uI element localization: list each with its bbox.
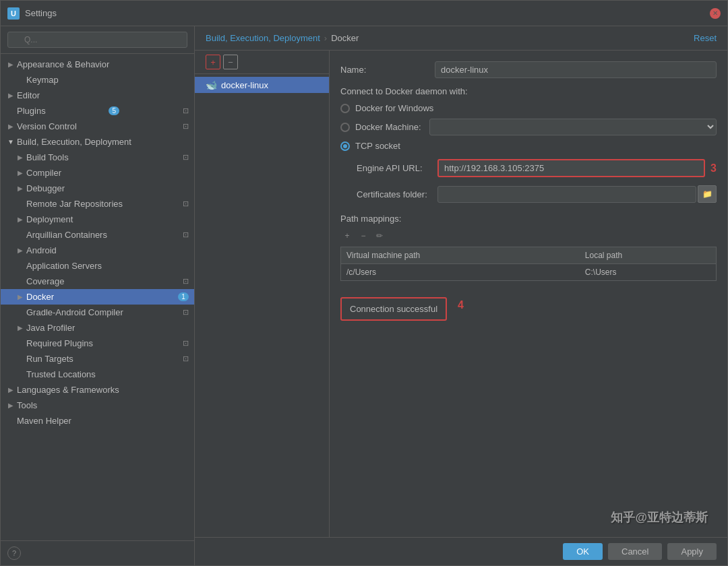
ok-button[interactable]: OK xyxy=(563,543,603,560)
vm-path-cell: /c/Users xyxy=(341,264,580,281)
path-table: Virtual machine path Local path /c/Users… xyxy=(340,247,717,281)
docker-list-panel: + − 🐋 docker-linux xyxy=(195,51,330,537)
sidebar-item-remote-jar[interactable]: Remote Jar Repositories ⊡ xyxy=(1,196,194,212)
sidebar-item-debugger[interactable]: ▶ Debugger xyxy=(1,181,194,196)
sidebar-item-label: Coverage xyxy=(26,276,64,286)
bottom-bar: OK Cancel Apply xyxy=(195,537,727,565)
close-button[interactable]: ✕ xyxy=(710,8,721,19)
search-input[interactable] xyxy=(7,32,187,48)
engine-api-input[interactable] xyxy=(437,159,705,177)
connect-label: Connect to Docker daemon with: xyxy=(340,86,717,96)
radio-group: Docker for Windows Docker Machine: xyxy=(340,103,717,151)
radio-tcp[interactable] xyxy=(340,142,350,151)
arrow-icon: ▶ xyxy=(6,401,16,410)
sidebar-item-required-plugins[interactable]: Required Plugins ⊡ xyxy=(1,336,194,351)
sync-icon: ⊡ xyxy=(183,308,189,317)
arrow-icon: ▶ xyxy=(6,385,16,395)
sidebar-item-version-control[interactable]: ▶ Version Control ⊡ xyxy=(1,119,194,134)
sidebar-item-label: Editor xyxy=(17,90,40,100)
main-panel: Build, Execution, Deployment › Docker Re… xyxy=(195,26,727,565)
config-area: + − 🐋 docker-linux Name: xyxy=(195,51,727,537)
sync-icon: ⊡ xyxy=(183,199,189,208)
arrow-icon: ▶ xyxy=(16,292,25,302)
radio-windows-row: Docker for Windows xyxy=(340,103,717,113)
sidebar-item-docker[interactable]: ▶ Docker 1 xyxy=(1,289,194,305)
docker-item-label: docker-linux xyxy=(221,80,268,90)
arrow-icon: ▶ xyxy=(16,215,25,224)
breadcrumb-link[interactable]: Build, Execution, Deployment xyxy=(206,33,320,43)
sidebar-item-label: Build Tools xyxy=(26,152,69,162)
sidebar-item-label: Run Targets xyxy=(26,354,73,364)
path-edit-button[interactable]: ✏ xyxy=(373,229,386,243)
sidebar-item-appearance[interactable]: ▶ Appearance & Behavior xyxy=(1,57,194,72)
sidebar-item-java-profiler[interactable]: ▶ Java Profiler xyxy=(1,320,194,336)
search-box: 🔍 xyxy=(1,26,194,54)
sidebar-item-tools[interactable]: ▶ Tools xyxy=(1,398,194,413)
cert-input[interactable] xyxy=(437,186,696,203)
engine-api-row: Engine API URL: 3 xyxy=(340,159,717,177)
reset-button[interactable]: Reset xyxy=(694,33,717,43)
arrow-icon xyxy=(6,106,16,116)
sidebar-item-label: Deployment xyxy=(26,214,73,224)
radio-machine-label[interactable]: Docker Machine: xyxy=(355,122,421,132)
sidebar-item-arquillian[interactable]: Arquillian Containers ⊡ xyxy=(1,227,194,243)
radio-windows-label[interactable]: Docker for Windows xyxy=(355,103,433,113)
sidebar-item-gradle-android[interactable]: Gradle-Android Compiler ⊡ xyxy=(1,305,194,320)
col-vm-path: Virtual machine path xyxy=(341,247,580,264)
table-row: /c/Users C:\Users xyxy=(341,264,717,281)
sidebar-item-compiler[interactable]: ▶ Compiler xyxy=(1,165,194,181)
breadcrumb-current: Docker xyxy=(331,33,359,43)
sidebar-item-run-targets[interactable]: Run Targets ⊡ xyxy=(1,351,194,367)
main-content: 🔍 ▶ Appearance & Behavior Keymap ▶ xyxy=(1,26,727,565)
sidebar-item-label: Maven Helper xyxy=(17,416,71,426)
arrow-icon xyxy=(16,354,25,364)
arrow-icon: ▶ xyxy=(16,323,25,333)
arrow-icon: ▶ xyxy=(6,91,16,100)
remove-docker-button[interactable]: − xyxy=(223,55,238,69)
sidebar-item-keymap[interactable]: Keymap xyxy=(1,72,194,88)
machine-select[interactable] xyxy=(429,119,717,135)
sidebar-item-app-servers[interactable]: Application Servers xyxy=(1,258,194,274)
path-remove-button[interactable]: − xyxy=(357,229,370,243)
sync-icon: ⊡ xyxy=(183,122,189,131)
arrow-icon: ▶ xyxy=(16,168,25,178)
sidebar-item-label: Trusted Locations xyxy=(26,369,96,379)
radio-machine[interactable] xyxy=(340,123,350,132)
name-label: Name: xyxy=(340,65,435,75)
arrow-icon: ▶ xyxy=(16,153,25,162)
radio-windows[interactable] xyxy=(340,104,350,113)
sidebar-item-build-tools[interactable]: ▶ Build Tools ⊡ xyxy=(1,150,194,165)
sidebar-item-label: Tools xyxy=(17,400,37,410)
help-button[interactable]: ? xyxy=(7,546,21,560)
docker-list-item[interactable]: 🐋 docker-linux xyxy=(195,77,329,93)
sync-icon: ⊡ xyxy=(183,153,189,162)
sidebar-item-android[interactable]: ▶ Android xyxy=(1,243,194,258)
sidebar-item-languages[interactable]: ▶ Languages & Frameworks xyxy=(1,382,194,398)
arrow-icon: ▼ xyxy=(6,137,16,147)
sidebar-item-maven-helper[interactable]: Maven Helper xyxy=(1,413,194,429)
sidebar-item-coverage[interactable]: Coverage ⊡ xyxy=(1,274,194,289)
arrow-icon: ▶ xyxy=(6,122,16,131)
docker-icon: 🐋 xyxy=(206,80,217,90)
arrow-icon xyxy=(16,308,25,317)
main-header: Build, Execution, Deployment › Docker Re… xyxy=(195,26,727,51)
name-input[interactable] xyxy=(435,61,717,78)
arrow-icon: ▶ xyxy=(16,184,25,193)
sidebar-item-editor[interactable]: ▶ Editor xyxy=(1,88,194,103)
radio-tcp-label[interactable]: TCP socket xyxy=(355,141,400,151)
apply-button[interactable]: Apply xyxy=(667,543,717,560)
col-local-path: Local path xyxy=(580,247,717,264)
cert-browse-button[interactable]: 📁 xyxy=(698,185,717,203)
sidebar-item-build-execution[interactable]: ▼ Build, Execution, Deployment xyxy=(1,134,194,150)
cancel-button[interactable]: Cancel xyxy=(608,543,662,560)
path-add-button[interactable]: + xyxy=(340,229,354,243)
sidebar-item-label: Gradle-Android Compiler xyxy=(26,307,123,317)
sidebar-item-plugins[interactable]: Plugins 5 ⊡ xyxy=(1,103,194,119)
sidebar-item-trusted-locations[interactable]: Trusted Locations xyxy=(1,367,194,382)
add-docker-button[interactable]: + xyxy=(206,55,220,69)
sidebar-item-deployment[interactable]: ▶ Deployment xyxy=(1,212,194,227)
sidebar-item-label: Android xyxy=(26,245,57,255)
sidebar-tree: ▶ Appearance & Behavior Keymap ▶ Editor … xyxy=(1,54,194,540)
sidebar-item-label: Arquillian Containers xyxy=(26,230,107,240)
docker-toolbar: + − xyxy=(195,51,329,74)
